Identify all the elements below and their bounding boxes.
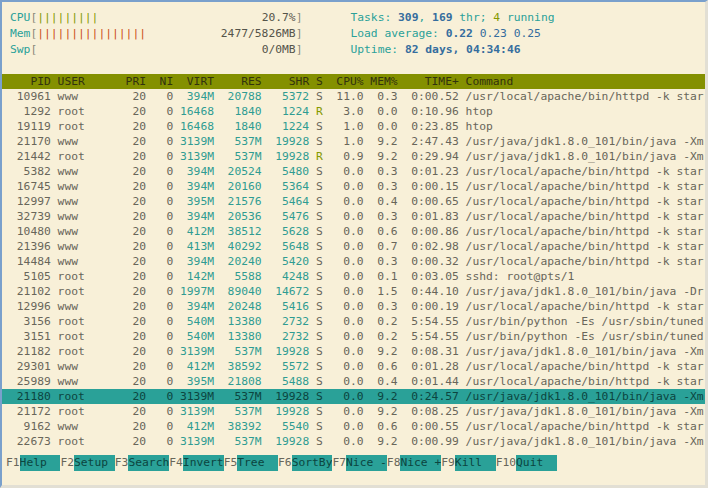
cell-cpu: 0.0 bbox=[323, 434, 364, 449]
cell-ni: 0 bbox=[146, 359, 173, 374]
table-row[interactable]: 22673root2003139M537M19928S0.09.20:00.99… bbox=[2, 434, 705, 449]
cell-cmd: /usr/java/jdk1.8.0_101/bin/java -Xm bbox=[459, 404, 705, 419]
fkey-search[interactable]: F3Search bbox=[115, 455, 169, 471]
table-row[interactable]: 21170www2003139M537M19928S1.09.22:47.43/… bbox=[2, 134, 705, 149]
table-row[interactable]: 3151root200540M133802732S0.00.25:54.55/u… bbox=[2, 329, 705, 344]
table-row[interactable]: 9162www200412M383925540S0.00.60:00.55/us… bbox=[2, 419, 705, 434]
fkey-setup[interactable]: F2Setup bbox=[60, 455, 114, 471]
table-row[interactable]: 21102root2001997M8904014672S0.01.50:44.1… bbox=[2, 284, 705, 299]
cell-shr: 2732 bbox=[262, 314, 310, 329]
cell-time: 0:01.83 bbox=[398, 209, 459, 224]
column-header-user[interactable]: USER bbox=[51, 74, 119, 89]
column-header-state[interactable]: S bbox=[309, 74, 323, 89]
tasks-label: Tasks: bbox=[350, 11, 398, 24]
cell-res: 537M bbox=[214, 149, 262, 164]
column-header-ni[interactable]: NI bbox=[146, 74, 173, 89]
process-rows: 10961www200394M207885372S11.00.30:00.52/… bbox=[2, 89, 705, 449]
table-row[interactable]: 3156root200540M133802732S0.00.25:54.55/u… bbox=[2, 314, 705, 329]
cell-pri: 20 bbox=[119, 89, 146, 104]
cell-s: S bbox=[309, 134, 323, 149]
fkey-invert[interactable]: F4Invert bbox=[169, 455, 223, 471]
fkey-label: Invert bbox=[183, 455, 224, 471]
spacer bbox=[2, 58, 705, 74]
column-header-res[interactable]: RES bbox=[214, 74, 262, 89]
cell-cmd: /usr/local/apache/bin/httpd -k star bbox=[459, 419, 705, 434]
cell-res: 1840 bbox=[214, 119, 262, 134]
cell-pri: 20 bbox=[119, 314, 146, 329]
cell-pid: 21442 bbox=[10, 149, 51, 164]
cell-virt: 394M bbox=[173, 89, 214, 104]
cell-mem: 0.6 bbox=[364, 359, 398, 374]
column-header-mem[interactable]: MEM% bbox=[364, 74, 398, 89]
column-header-pri[interactable]: PRI bbox=[119, 74, 146, 89]
cell-cmd: /usr/java/jdk1.8.0_101/bin/java -Xm bbox=[459, 389, 705, 404]
table-row[interactable]: 21172root2003139M537M19928S0.09.20:08.25… bbox=[2, 404, 705, 419]
cell-pri: 20 bbox=[119, 239, 146, 254]
cell-virt: 3139M bbox=[173, 389, 214, 404]
table-row[interactable]: 21182root2003139M537M19928S0.09.20:08.31… bbox=[2, 344, 705, 359]
cell-mem: 0.3 bbox=[364, 254, 398, 269]
cell-pri: 20 bbox=[119, 224, 146, 239]
cell-ni: 0 bbox=[146, 179, 173, 194]
fkey-nice[interactable]: F8Nice + bbox=[387, 455, 441, 471]
cell-s: S bbox=[309, 389, 323, 404]
column-header-virt[interactable]: VIRT bbox=[173, 74, 214, 89]
table-row[interactable]: 32739www200394M205365476S0.00.30:01.83/u… bbox=[2, 209, 705, 224]
cell-pri: 20 bbox=[119, 149, 146, 164]
table-row[interactable]: 16745www200394M201605364S0.00.30:00.15/u… bbox=[2, 179, 705, 194]
fkey-quit[interactable]: F10Quit bbox=[496, 455, 557, 471]
table-row[interactable]: 12996www200394M202485416S0.00.30:00.19/u… bbox=[2, 299, 705, 314]
table-row[interactable]: 10480www200412M385125628S0.00.60:00.86/u… bbox=[2, 224, 705, 239]
cell-pid: 29301 bbox=[10, 359, 51, 374]
cell-cpu: 0.0 bbox=[323, 389, 364, 404]
cell-user: root bbox=[51, 149, 119, 164]
cell-pid: 3151 bbox=[10, 329, 51, 344]
fkey-number: F5 bbox=[224, 455, 238, 471]
cell-res: 20524 bbox=[214, 164, 262, 179]
cell-user: www bbox=[51, 194, 119, 209]
fkey-help[interactable]: F1Help bbox=[6, 455, 60, 471]
fkey-sortby[interactable]: F6SortBy bbox=[278, 455, 332, 471]
fkey-label: Setup bbox=[74, 455, 115, 471]
table-row-selected[interactable]: 21180root2003139M537M19928S0.09.20:24.57… bbox=[2, 389, 705, 404]
table-row[interactable]: 10961www200394M207885372S11.00.30:00.52/… bbox=[2, 89, 705, 104]
swap-meter-value: 0/0MB bbox=[262, 42, 296, 58]
table-row[interactable]: 1292root2001646818401224R3.00.00:10.96ht… bbox=[2, 104, 705, 119]
cell-pri: 20 bbox=[119, 299, 146, 314]
cell-user: www bbox=[51, 89, 119, 104]
cell-pri: 20 bbox=[119, 194, 146, 209]
table-row[interactable]: 21442root2003139M537M19928R0.99.20:29.94… bbox=[2, 149, 705, 164]
cell-s: S bbox=[309, 269, 323, 284]
table-row[interactable]: 21396www200413M402925648S0.00.70:02.98/u… bbox=[2, 239, 705, 254]
column-header-time[interactable]: TIME+ bbox=[398, 74, 459, 89]
table-row[interactable]: 5382www200394M205245480S0.00.30:01.23/us… bbox=[2, 164, 705, 179]
table-row[interactable]: 5105root200142M55884248S0.00.10:03.05ssh… bbox=[2, 269, 705, 284]
cell-shr: 5476 bbox=[262, 209, 310, 224]
table-row[interactable]: 14484www200394M202405420S0.00.30:00.32/u… bbox=[2, 254, 705, 269]
cell-user: root bbox=[51, 284, 119, 299]
cell-pid: 32739 bbox=[10, 209, 51, 224]
fkey-nice[interactable]: F7Nice - bbox=[332, 455, 386, 471]
fkey-kill[interactable]: F9Kill bbox=[441, 455, 495, 471]
htop-terminal-window: CPU[|||||||||20.7%] Mem[||||||||||||||||… bbox=[0, 0, 708, 488]
cell-virt: 16468 bbox=[173, 104, 214, 119]
table-row[interactable]: 12997www200395M215765464S0.00.40:00.65/u… bbox=[2, 194, 705, 209]
cell-cmd: /usr/local/apache/bin/httpd -k star bbox=[459, 224, 705, 239]
fkey-tree[interactable]: F5Tree bbox=[224, 455, 278, 471]
table-row[interactable]: 25989www200395M218085488S0.00.40:01.44/u… bbox=[2, 374, 705, 389]
column-header-pid[interactable]: PID bbox=[10, 74, 51, 89]
mem-meter-bar: ||||||||||||||||2477/5826MB bbox=[37, 26, 295, 42]
cell-shr: 4248 bbox=[262, 269, 310, 284]
cell-user: www bbox=[51, 134, 119, 149]
table-row[interactable]: 19119root2001646818401224S1.00.00:23.85h… bbox=[2, 119, 705, 134]
column-header-cpu[interactable]: CPU% bbox=[323, 74, 364, 89]
cell-virt: 3139M bbox=[173, 404, 214, 419]
column-header-shr[interactable]: SHR bbox=[262, 74, 310, 89]
cell-pri: 20 bbox=[119, 404, 146, 419]
table-row[interactable]: 29301www200412M385925572S0.00.60:01.28/u… bbox=[2, 359, 705, 374]
right-bracket: ] bbox=[296, 10, 303, 26]
column-header-command[interactable]: Command bbox=[459, 74, 705, 89]
cell-shr: 5416 bbox=[262, 299, 310, 314]
cell-s: R bbox=[309, 104, 323, 119]
cell-time: 0:00.32 bbox=[398, 254, 459, 269]
